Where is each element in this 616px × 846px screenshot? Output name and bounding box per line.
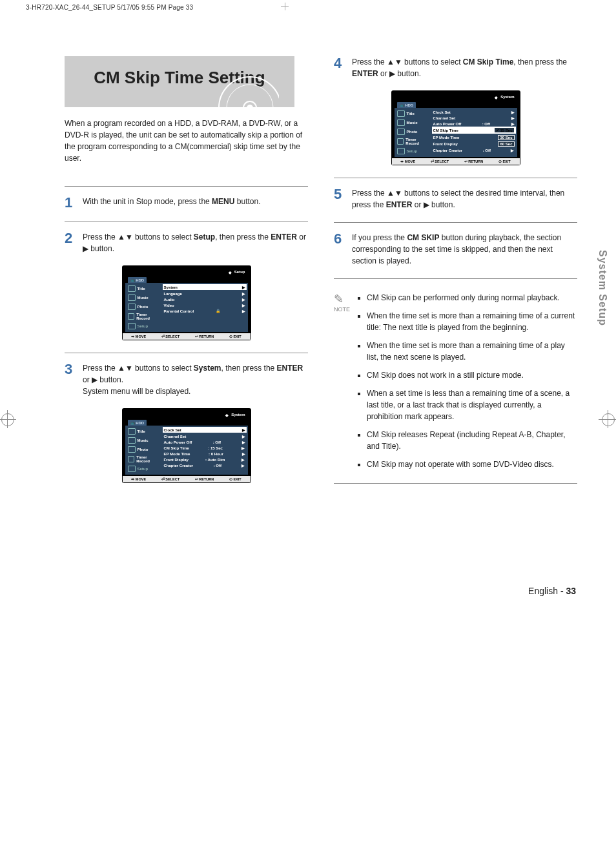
note-item: CM Skip can be performed only during nor… xyxy=(367,292,577,304)
step-3: 3 Press the ▲▼ buttons to select System,… xyxy=(65,362,308,397)
step-text: With the unit in Stop mode, press the ME… xyxy=(83,196,308,210)
osd-cmskip: ◆System📺 HDDTitleMusicPhotoTimer RecordS… xyxy=(392,91,520,165)
divider xyxy=(334,222,577,223)
step-number: 2 xyxy=(65,231,76,254)
divider xyxy=(334,483,577,484)
osd-system: ◆System📺 HDDTitleMusicPhotoTimer RecordS… xyxy=(123,409,251,482)
step-5: 5 Press the ▲▼ buttons to select the des… xyxy=(334,187,577,211)
divider xyxy=(65,222,308,222)
step-text: Press the ▲▼ buttons to select System, t… xyxy=(83,362,308,397)
svg-point-3 xyxy=(247,105,253,111)
divider xyxy=(65,186,308,187)
step-4: 4 Press the ▲▼ buttons to select CM Skip… xyxy=(334,56,577,79)
osd-setup: ◆Setup📺 HDDTitleMusicPhotoTimer RecordSe… xyxy=(123,266,251,340)
disc-art xyxy=(214,72,279,111)
note-item: When the time set is more than a remaini… xyxy=(367,310,577,333)
note-list: CM Skip can be performed only during nor… xyxy=(358,292,577,477)
note-item: When a set time is less than a remaining… xyxy=(367,387,577,422)
crop-mark-top xyxy=(281,3,289,10)
feature-title-box: CM Skip Time Setting xyxy=(65,56,294,107)
note-icon-group: ✎ NOTE xyxy=(334,292,350,477)
step-number: 5 xyxy=(334,187,345,211)
left-column: CM Skip Time Setting When a program reco… xyxy=(65,56,308,495)
step-number: 6 xyxy=(334,232,345,267)
main-content: CM Skip Time Setting When a program reco… xyxy=(0,11,616,521)
divider xyxy=(334,178,577,178)
note-item: CM Skip releases Repeat (including Repea… xyxy=(367,429,577,452)
step-text: Press the ▲▼ buttons to select the desir… xyxy=(352,187,577,211)
intro-text: When a program recorded on a HDD, a DVD-… xyxy=(65,118,308,164)
note-item: When the time set is more than a remaini… xyxy=(367,340,577,363)
section-side-tab: System Setup xyxy=(597,250,608,326)
step-2: 2 Press the ▲▼ buttons to select Setup, … xyxy=(65,231,308,254)
step-text: If you press the CM SKIP button during p… xyxy=(352,232,577,267)
step-number: 4 xyxy=(334,56,345,79)
print-header: 3-HR720-XAC_26-44_SETUP 5/17/05 9:55 PM … xyxy=(0,0,616,11)
divider xyxy=(334,278,577,279)
step-6: 6 If you press the CM SKIP button during… xyxy=(334,232,577,267)
right-column: 4 Press the ▲▼ buttons to select CM Skip… xyxy=(334,56,577,495)
page-footer: English - 33 xyxy=(0,586,576,596)
note-label: NOTE xyxy=(334,306,350,313)
step-number: 3 xyxy=(65,362,76,397)
step-text: Press the ▲▼ buttons to select CM Skip T… xyxy=(352,56,577,79)
note-item: CM Skip may not operate with some DVD-Vi… xyxy=(367,459,577,470)
step-text: Press the ▲▼ buttons to select Setup, th… xyxy=(83,231,308,254)
registration-mark-right xyxy=(602,413,615,426)
step-number: 1 xyxy=(65,196,76,210)
divider xyxy=(65,353,308,353)
registration-mark-left xyxy=(1,413,14,426)
note-icon: ✎ xyxy=(334,292,350,306)
note-box: ✎ NOTE CM Skip can be performed only dur… xyxy=(334,292,577,477)
note-item: CM Skip does not work in a still picture… xyxy=(367,369,577,381)
step-1: 1 With the unit in Stop mode, press the … xyxy=(65,196,308,210)
